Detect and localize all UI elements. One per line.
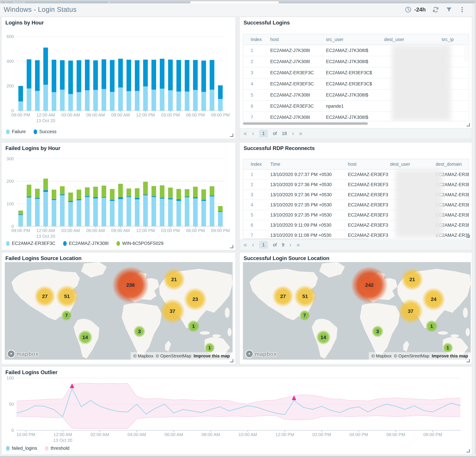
- table-horizontal-scrollbar[interactable]: [243, 122, 469, 125]
- kebab-menu-icon[interactable]: [459, 6, 466, 13]
- bar-segment: [68, 193, 73, 201]
- table-vertical-scrollbar[interactable]: [465, 46, 468, 62]
- panel-title: Successful Logins: [244, 20, 290, 26]
- page-title: Windows - Login Status: [4, 6, 76, 13]
- column-header-src_user[interactable]: src_user: [324, 37, 382, 42]
- time-range-label[interactable]: -24h: [414, 6, 426, 13]
- x-axis-tick-label: 10:00 AM: [238, 432, 257, 437]
- failed-logins-outlier-chart[interactable]: 05010010:00 PM12:00 AM13 Oct 2002:00 AM0…: [4, 375, 469, 443]
- panel-resize-handle[interactable]: [230, 359, 233, 362]
- map-bubble[interactable]: 23: [184, 288, 207, 311]
- bar-segment: [135, 198, 140, 199]
- column-header-dest_user[interactable]: dest_user: [382, 37, 440, 42]
- bar-segment: [185, 92, 189, 111]
- x-axis-tick-label: 02:00 PM: [312, 432, 331, 437]
- refresh-icon[interactable]: [432, 6, 439, 13]
- bar-segment: [218, 206, 223, 211]
- scrollbar-thumb[interactable]: [243, 122, 368, 125]
- map-bubble[interactable]: 21: [163, 269, 185, 290]
- map-bubble[interactable]: 242: [351, 267, 388, 303]
- x-axis-tick-label: 06:00 AM: [86, 112, 105, 118]
- legend-color-dot: [63, 241, 67, 246]
- column-header-src_ip[interactable]: src_ip: [440, 37, 469, 42]
- legend-item[interactable]: Success: [34, 129, 57, 134]
- next-page-button[interactable]: ›: [289, 242, 291, 248]
- bar-segment: [201, 201, 206, 226]
- map-bubble[interactable]: 37: [160, 299, 185, 323]
- map-bubble[interactable]: 37: [398, 299, 423, 323]
- x-axis-tick-label: 09:00 AM: [111, 228, 130, 233]
- map-bubble[interactable]: 1: [425, 320, 438, 332]
- map-bubble[interactable]: 236: [112, 267, 149, 303]
- map-bubble[interactable]: 1: [442, 343, 453, 353]
- improve-map-link[interactable]: Improve this map: [432, 353, 468, 359]
- last-page-button[interactable]: »: [297, 242, 300, 248]
- panel-resize-handle[interactable]: [467, 123, 470, 126]
- panel-resize-handle[interactable]: [230, 245, 233, 248]
- map-bubble[interactable]: 14: [78, 330, 93, 345]
- x-axis-tick-label: 03:00 PM: [161, 112, 180, 118]
- prev-page-button[interactable]: ‹: [252, 130, 254, 136]
- map-bubble[interactable]: 1: [204, 343, 215, 353]
- legend-item[interactable]: failed_logins: [6, 446, 37, 451]
- successful-logins-world-map[interactable]: 2751714242212437311 ✦ mapbox © Mapbox © …: [243, 262, 471, 360]
- map-bubble[interactable]: 3: [372, 325, 383, 337]
- clock-icon[interactable]: [405, 6, 411, 13]
- mapbox-logo[interactable]: ✦ mapbox: [245, 350, 277, 358]
- map-bubble[interactable]: 14: [316, 330, 331, 345]
- map-bubble[interactable]: 7: [299, 310, 310, 321]
- openstreetmap-attribution-link[interactable]: © OpenStreetMap: [156, 353, 191, 359]
- bar-segment: [127, 197, 131, 226]
- bar-segment: [160, 199, 165, 226]
- map-bubble[interactable]: 51: [56, 285, 78, 307]
- column-header-Index[interactable]: Index: [243, 162, 269, 167]
- map-bubble[interactable]: 21: [401, 269, 423, 290]
- legend-item[interactable]: WIN-6C5PO5FS029: [117, 241, 163, 246]
- prev-page-button[interactable]: ‹: [252, 242, 254, 248]
- map-bubble[interactable]: 3: [134, 325, 145, 337]
- column-header-Index[interactable]: Index: [243, 37, 269, 42]
- mapbox-logo[interactable]: ✦ mapbox: [7, 350, 38, 358]
- panel-resize-handle[interactable]: [467, 235, 470, 238]
- current-page[interactable]: 1: [259, 241, 268, 249]
- legend-item[interactable]: EC2AMAZ-J7K308I: [63, 241, 109, 246]
- mapbox-attribution-link[interactable]: © Mapbox: [372, 353, 391, 359]
- legend-item[interactable]: threshold: [45, 446, 69, 451]
- column-header-Time[interactable]: Time: [269, 162, 346, 167]
- openstreetmap-attribution-link[interactable]: © OpenStreetMap: [394, 353, 429, 359]
- column-header-dest_user[interactable]: dest_user: [388, 162, 434, 167]
- map-bubble[interactable]: 27: [272, 286, 294, 307]
- filter-icon[interactable]: [446, 6, 452, 13]
- current-page[interactable]: 1: [259, 130, 268, 137]
- column-header-dest_domain[interactable]: dest_domain: [434, 162, 469, 167]
- failed-logins-by-hour-chart[interactable]: 010020030009:00 PM12:00 AM13 Oct 2003:00…: [4, 152, 232, 240]
- browser-top-strip: [0, 0, 476, 3]
- column-header-host[interactable]: host: [346, 162, 388, 167]
- last-page-button[interactable]: »: [299, 130, 303, 136]
- first-page-button[interactable]: «: [244, 242, 247, 248]
- column-header-host[interactable]: host: [269, 37, 324, 42]
- map-bubble[interactable]: 1: [187, 320, 200, 332]
- first-page-button[interactable]: «: [244, 130, 247, 136]
- failed-logins-world-map[interactable]: 2751714236212337311 ✦ mapbox © Mapbox © …: [5, 262, 233, 360]
- improve-map-link[interactable]: Improve this map: [194, 353, 230, 359]
- legend-item[interactable]: Failure: [6, 129, 26, 134]
- mapbox-attribution-link[interactable]: © Mapbox: [133, 353, 153, 359]
- panel-resize-handle[interactable]: [467, 359, 470, 362]
- bar-segment: [127, 60, 131, 91]
- page-bottom-margin: [0, 454, 476, 456]
- map-bubble[interactable]: 27: [34, 286, 55, 307]
- panel-resize-handle[interactable]: [230, 134, 233, 137]
- legend-item[interactable]: EC2AMAZ-ER3EF3C: [6, 241, 55, 246]
- top-strip-segment: [7, 1, 14, 3]
- bar-segment: [93, 187, 98, 197]
- bar-segment: [135, 91, 140, 111]
- map-bubble[interactable]: 51: [294, 285, 316, 307]
- map-bubble[interactable]: 24: [422, 288, 445, 311]
- logins-by-hour-chart[interactable]: 020040060009:00 PM12:00 AM13 Oct 2003:00…: [4, 27, 232, 127]
- map-bubble[interactable]: 7: [61, 310, 72, 321]
- panel-resize-handle[interactable]: [467, 449, 470, 452]
- browser-scrollbar[interactable]: [472, 3, 476, 458]
- next-page-button[interactable]: ›: [292, 130, 294, 136]
- bar-segment: [218, 211, 223, 212]
